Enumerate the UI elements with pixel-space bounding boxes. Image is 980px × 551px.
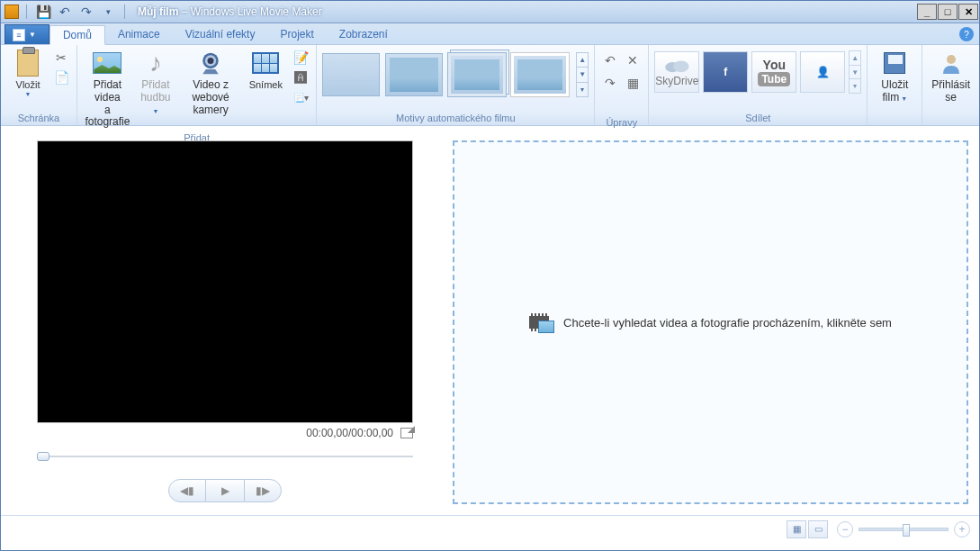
- tab-visual-effects-label: Vizuální efekty: [185, 28, 256, 41]
- file-tab[interactable]: ▼: [4, 24, 49, 44]
- next-frame-button[interactable]: ▮▶: [244, 479, 282, 502]
- ribbon-tabstrip: ▼ Domů Animace Vizuální efekty Projekt Z…: [1, 23, 979, 45]
- credits-icon[interactable]: 📃▾: [291, 88, 310, 106]
- qat-divider: [26, 5, 27, 19]
- view-toggle: ▦ ▭: [787, 520, 828, 538]
- gallery-up-icon[interactable]: ▲: [577, 53, 588, 68]
- caption-icon[interactable]: 🅰: [291, 68, 310, 86]
- cut-icon[interactable]: ✂: [51, 49, 71, 67]
- tab-visual-effects[interactable]: Vizuální efekty: [173, 24, 268, 44]
- add-media-button[interactable]: Přidat videaa fotografie: [83, 47, 132, 131]
- theme-thumb-2[interactable]: [385, 53, 443, 96]
- share-scroll: ▲ ▼ ▾: [849, 50, 861, 94]
- thumbnail-view-icon[interactable]: ▦: [787, 520, 806, 538]
- delete-icon[interactable]: ✕: [623, 50, 643, 70]
- zoom-control: − +: [837, 521, 970, 537]
- gallery-down-icon[interactable]: ▼: [577, 68, 588, 82]
- zoom-in-button[interactable]: +: [954, 521, 970, 537]
- webcam-icon: [196, 49, 225, 77]
- preview-info: 00:00,00/00:00,00: [37, 427, 413, 439]
- webcam-video-button[interactable]: Video z webovékamery: [179, 47, 242, 118]
- gallery-more-icon[interactable]: ▾: [850, 79, 860, 93]
- qat-save-icon[interactable]: 💾: [34, 3, 52, 21]
- qat-redo-icon[interactable]: ↷: [77, 3, 95, 21]
- photo-icon: [93, 49, 121, 77]
- share-skydrive[interactable]: SkyDrive: [654, 51, 699, 93]
- tab-project[interactable]: Projekt: [267, 24, 326, 44]
- tab-home[interactable]: Domů: [49, 25, 105, 45]
- seek-thumb[interactable]: [37, 452, 49, 461]
- youtube-tube: Tube: [758, 72, 790, 86]
- preview-view-icon[interactable]: ▭: [808, 520, 828, 538]
- zoom-out-button[interactable]: −: [837, 521, 853, 537]
- playback-controls: ◀▮ ▶ ▮▶: [168, 479, 282, 502]
- window-title: Můj film – Windows Live Movie Maker: [138, 5, 322, 18]
- tab-animations-label: Animace: [118, 28, 160, 41]
- statusbar: ▦ ▭ − +: [1, 515, 979, 542]
- seek-bar[interactable]: [37, 452, 413, 461]
- add-music-button[interactable]: ♪ Přidathudbu ▼: [134, 47, 177, 117]
- share-facebook[interactable]: f: [703, 51, 748, 93]
- group-save-movie: Uložitfilm ▼: [868, 45, 922, 125]
- theme-thumb-1[interactable]: [322, 53, 380, 96]
- qat-undo-icon[interactable]: ↶: [56, 3, 74, 21]
- gallery-up-icon[interactable]: ▲: [850, 51, 860, 66]
- seek-track: [37, 456, 413, 457]
- skydrive-icon: [662, 57, 691, 75]
- svg-point-2: [208, 58, 214, 64]
- file-menu-icon: [13, 29, 25, 41]
- rotate-left-icon[interactable]: ↶: [600, 50, 620, 70]
- select-all-icon[interactable]: ▦: [623, 73, 643, 93]
- storyboard-dropzone[interactable]: Chcete-li vyhledat videa a fotografie pr…: [453, 140, 968, 504]
- rotate-right-icon[interactable]: ↷: [600, 73, 620, 93]
- minimize-button[interactable]: _: [917, 4, 937, 20]
- prev-frame-button[interactable]: ◀▮: [168, 479, 206, 502]
- time-display: 00:00,00/00:00,00: [306, 427, 393, 439]
- save-movie-button[interactable]: Uložitfilm ▼: [873, 47, 916, 106]
- share-youtube[interactable]: You Tube: [751, 51, 796, 93]
- document-name: Můj film: [138, 5, 178, 18]
- group-share-label: Sdílet: [654, 111, 861, 125]
- tab-animations[interactable]: Animace: [105, 24, 173, 44]
- group-signin: Přihlásitse: [922, 45, 979, 125]
- close-button[interactable]: ✕: [958, 4, 978, 20]
- group-share: SkyDrive f You Tube 👤 ▲ ▼ ▾ Sdílet: [649, 45, 868, 125]
- fullscreen-icon[interactable]: [400, 428, 413, 438]
- share-gallery: SkyDrive f You Tube 👤 ▲ ▼ ▾: [654, 47, 861, 94]
- title-icon[interactable]: 📝: [291, 49, 310, 67]
- group-themes-label: Motivy automatického filmu: [322, 111, 589, 125]
- share-messenger[interactable]: 👤: [800, 51, 845, 93]
- youtube-you: You: [763, 58, 786, 72]
- zoom-thumb[interactable]: [903, 524, 910, 537]
- group-clipboard: Vložit ▼ ✂ 📄 Schránka: [1, 45, 77, 125]
- music-icon: ♪: [141, 49, 170, 77]
- paste-button[interactable]: Vložit ▼: [6, 47, 49, 100]
- signin-button[interactable]: Přihlásitse: [928, 47, 974, 106]
- titlebar: 💾 ↶ ↷ ▾ Můj film – Windows Live Movie Ma…: [1, 1, 979, 23]
- themes-scroll: ▲ ▼ ▾: [576, 52, 589, 97]
- titlebar-left: 💾 ↶ ↷ ▾ Můj film – Windows Live Movie Ma…: [1, 3, 322, 21]
- qat-customize-icon[interactable]: ▾: [99, 3, 117, 21]
- group-add: Přidat videaa fotografie ♪ Přidathudbu ▼…: [77, 45, 317, 125]
- media-icon: [529, 312, 554, 333]
- group-editing: ↶ ✕ ↷ ▦ Úpravy: [595, 45, 649, 125]
- snapshot-button[interactable]: Snímek: [244, 47, 287, 93]
- gallery-down-icon[interactable]: ▼: [850, 66, 860, 80]
- play-button[interactable]: ▶: [206, 479, 244, 502]
- ribbon: Vložit ▼ ✂ 📄 Schránka Přidat videaa foto…: [1, 45, 979, 126]
- group-save-label: [873, 111, 916, 125]
- storyboard-hint: Chcete-li vyhledat videa a fotografie pr…: [563, 316, 892, 330]
- theme-thumb-4[interactable]: [511, 53, 569, 96]
- tab-view[interactable]: Zobrazení: [327, 24, 400, 44]
- themes-gallery: ▲ ▼ ▾: [322, 47, 589, 97]
- snapshot-icon: [251, 49, 280, 77]
- maximize-button[interactable]: □: [938, 4, 958, 20]
- zoom-slider[interactable]: [859, 528, 949, 531]
- paste-label: Vložit: [16, 79, 40, 91]
- theme-thumb-3[interactable]: [448, 53, 506, 96]
- editing-grid: ↶ ✕ ↷ ▦: [600, 47, 643, 115]
- gallery-more-icon[interactable]: ▾: [577, 83, 588, 96]
- help-icon[interactable]: ?: [959, 27, 974, 41]
- app-icon: [4, 5, 19, 19]
- copy-icon[interactable]: 📄: [51, 68, 71, 86]
